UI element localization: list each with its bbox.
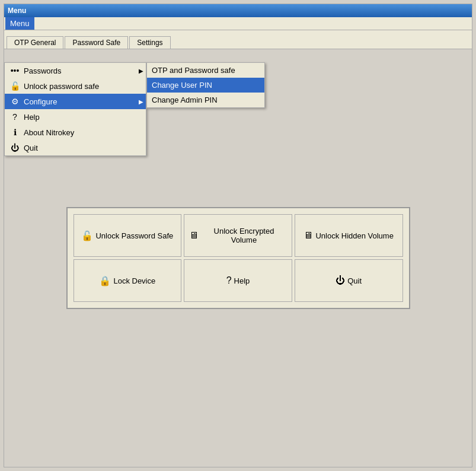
- unlock-safe-label: Unlock password safe: [24, 82, 99, 91]
- primary-dropdown: ••• Passwords ▶ 🔓 Unlock password safe ⚙…: [4, 62, 146, 156]
- submenu-arrow-passwords: ▶: [139, 68, 143, 74]
- passwords-icon: •••: [9, 66, 20, 75]
- main-window: Menu Menu OTP General Password Safe Sett…: [4, 4, 472, 467]
- submenu-arrow-configure: ▶: [139, 98, 143, 105]
- unlock-safe-icon: 🔓: [9, 81, 20, 91]
- sub-item-otp-safe[interactable]: OTP and Password safe: [147, 63, 264, 78]
- otp-safe-label: OTP and Password safe: [152, 66, 235, 75]
- passwords-label: Passwords: [24, 66, 62, 75]
- title-bar: Menu: [4, 4, 472, 17]
- dropdown-item-unlock-safe[interactable]: 🔓 Unlock password safe: [5, 78, 146, 94]
- configure-icon: ⚙: [9, 97, 20, 106]
- dropdown-item-configure[interactable]: ⚙ Configure ▶: [5, 94, 146, 109]
- menu-top-item[interactable]: Menu: [5, 17, 34, 30]
- tabs-bar: OTP General Password Safe Settings: [4, 30, 472, 49]
- menu-bar: Menu: [4, 17, 472, 30]
- change-user-pin-label: Change User PIN: [152, 81, 212, 90]
- about-icon: ℹ: [9, 128, 20, 137]
- configure-label: Configure: [24, 97, 57, 106]
- dropdown-item-about[interactable]: ℹ About Nitrokey: [5, 125, 146, 140]
- dropdown-overlay: ••• Passwords ▶ 🔓 Unlock password safe ⚙…: [4, 49, 472, 467]
- menu-label: Menu: [10, 19, 30, 28]
- dropdown-item-quit[interactable]: ⏻ Quit: [5, 140, 146, 155]
- quit-menu-icon: ⏻: [9, 143, 20, 152]
- main-content: 🔓 Unlock Password Safe 🖥 Unlock Encrypte…: [4, 49, 472, 467]
- quit-menu-label: Quit: [24, 144, 38, 152]
- tab-settings[interactable]: Settings: [129, 36, 170, 49]
- sub-dropdown-configure: OTP and Password safe Change User PIN Ch…: [146, 62, 265, 108]
- sub-item-change-admin-pin[interactable]: Change Admin PIN: [147, 93, 264, 107]
- change-admin-pin-label: Change Admin PIN: [152, 96, 218, 104]
- tab-otp-general[interactable]: OTP General: [7, 36, 63, 49]
- tab-password-safe[interactable]: Password Safe: [65, 36, 128, 49]
- sub-item-change-user-pin[interactable]: Change User PIN: [147, 78, 264, 93]
- dropdown-item-passwords[interactable]: ••• Passwords ▶: [5, 63, 146, 78]
- about-label: About Nitrokey: [24, 128, 74, 137]
- help-menu-label: Help: [24, 113, 40, 122]
- dropdown-item-help[interactable]: ? Help: [5, 109, 146, 125]
- title-bar-text: Menu: [8, 7, 26, 15]
- help-menu-icon: ?: [9, 112, 20, 122]
